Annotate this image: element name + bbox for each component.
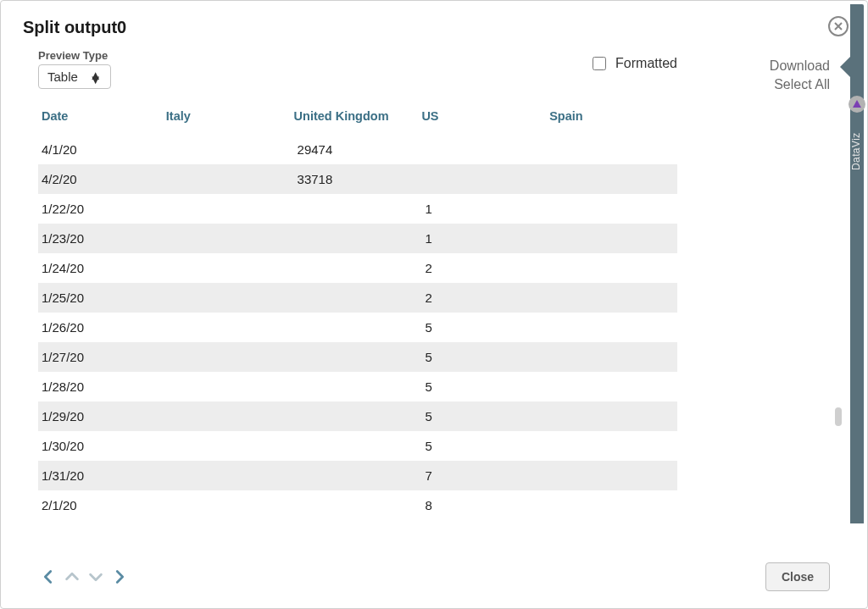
cell-uk: 33718 bbox=[294, 164, 422, 194]
cell-spain bbox=[549, 461, 677, 490]
cell-uk: 29474 bbox=[294, 135, 422, 164]
cell-date: 1/25/20 bbox=[38, 283, 166, 313]
close-icon bbox=[834, 22, 843, 30]
side-panel[interactable]: DataViz bbox=[850, 4, 864, 523]
col-header-spain[interactable]: Spain bbox=[549, 102, 677, 135]
cell-italy bbox=[166, 164, 294, 194]
cell-uk bbox=[294, 342, 422, 372]
cell-spain bbox=[549, 342, 677, 372]
cell-date: 1/22/20 bbox=[38, 194, 166, 224]
cell-italy bbox=[166, 253, 294, 283]
table-row[interactable]: 1/28/205 bbox=[38, 372, 677, 401]
controls-row: Preview Type Table ▲▼ Formatted bbox=[1, 44, 867, 97]
cell-italy bbox=[166, 194, 294, 224]
cell-date: 1/29/20 bbox=[38, 401, 166, 431]
cell-uk bbox=[294, 490, 422, 520]
cell-spain bbox=[549, 283, 677, 313]
cell-italy bbox=[166, 431, 294, 461]
side-panel-label: DataViz bbox=[850, 132, 862, 170]
cell-uk bbox=[294, 253, 422, 283]
cell-italy bbox=[166, 283, 294, 313]
cell-italy bbox=[166, 372, 294, 401]
split-output-modal: Split output0 Preview Type Table ▲▼ Form… bbox=[0, 0, 868, 609]
table-row[interactable]: 4/1/2029474 bbox=[38, 135, 677, 164]
cell-uk bbox=[294, 224, 422, 253]
table-scroll[interactable]: Date Italy United Kingdom US Spain 4/1/2… bbox=[38, 102, 847, 549]
table-row[interactable]: 1/22/201 bbox=[38, 194, 677, 224]
table-container: Date Italy United Kingdom US Spain 4/1/2… bbox=[38, 102, 847, 549]
cell-italy bbox=[166, 342, 294, 372]
table-row[interactable]: 1/31/207 bbox=[38, 461, 677, 490]
page-prev-button[interactable] bbox=[62, 567, 82, 587]
cell-uk bbox=[294, 431, 422, 461]
page-last-button[interactable] bbox=[109, 567, 130, 587]
side-panel-notch-icon bbox=[840, 57, 850, 77]
formatted-checkbox[interactable] bbox=[593, 57, 606, 70]
right-links: Download Select All bbox=[770, 58, 830, 92]
cell-uk bbox=[294, 401, 422, 431]
table-row[interactable]: 1/30/205 bbox=[38, 431, 677, 461]
cell-spain bbox=[549, 135, 677, 164]
table-body: 4/1/20294744/2/20337181/22/2011/23/2011/… bbox=[38, 135, 677, 520]
cell-us: 2 bbox=[421, 253, 549, 283]
cell-uk bbox=[294, 313, 422, 342]
cell-italy bbox=[166, 224, 294, 253]
cell-spain bbox=[549, 253, 677, 283]
table-row[interactable]: 1/24/202 bbox=[38, 253, 677, 283]
col-header-date[interactable]: Date bbox=[38, 102, 166, 135]
col-header-italy[interactable]: Italy bbox=[166, 102, 294, 135]
cell-spain bbox=[549, 401, 677, 431]
dataviz-badge-icon[interactable] bbox=[849, 96, 865, 113]
download-link[interactable]: Download bbox=[770, 58, 830, 74]
col-header-uk[interactable]: United Kingdom bbox=[294, 102, 422, 135]
cell-italy bbox=[166, 490, 294, 520]
cell-date: 1/30/20 bbox=[38, 431, 166, 461]
cell-date: 1/27/20 bbox=[38, 342, 166, 372]
table-row[interactable]: 2/1/208 bbox=[38, 490, 677, 520]
table-row[interactable]: 4/2/2033718 bbox=[38, 164, 677, 194]
chevron-up-icon bbox=[63, 567, 81, 586]
cell-italy bbox=[166, 461, 294, 490]
cell-us: 7 bbox=[421, 461, 549, 490]
modal-header: Split output0 bbox=[1, 1, 867, 44]
cell-spain bbox=[549, 372, 677, 401]
cell-us: 8 bbox=[421, 490, 549, 520]
cell-spain bbox=[549, 490, 677, 520]
header-row: Date Italy United Kingdom US Spain bbox=[38, 102, 677, 135]
modal-title: Split output0 bbox=[23, 18, 845, 37]
select-arrows-icon: ▲▼ bbox=[89, 73, 102, 81]
chevron-left-icon bbox=[39, 567, 58, 586]
cell-us bbox=[421, 135, 549, 164]
cell-date: 4/1/20 bbox=[38, 135, 166, 164]
formatted-toggle[interactable]: Formatted bbox=[589, 54, 677, 73]
close-icon-button[interactable] bbox=[828, 16, 849, 36]
cell-date: 1/24/20 bbox=[38, 253, 166, 283]
select-all-link[interactable]: Select All bbox=[774, 77, 830, 92]
scrollbar-thumb[interactable] bbox=[835, 407, 842, 426]
cell-italy bbox=[166, 313, 294, 342]
scrollbar[interactable] bbox=[835, 102, 842, 549]
col-header-us[interactable]: US bbox=[421, 102, 549, 135]
cell-us: 1 bbox=[421, 194, 549, 224]
table-row[interactable]: 1/26/205 bbox=[38, 313, 677, 342]
table-row[interactable]: 1/23/201 bbox=[38, 224, 677, 253]
cell-us bbox=[421, 164, 549, 194]
page-first-button[interactable] bbox=[38, 567, 58, 587]
table-row[interactable]: 1/25/202 bbox=[38, 283, 677, 313]
close-button[interactable]: Close bbox=[765, 562, 830, 591]
cell-uk bbox=[294, 283, 422, 313]
cell-us: 1 bbox=[421, 224, 549, 253]
cell-us: 5 bbox=[421, 372, 549, 401]
table-row[interactable]: 1/27/205 bbox=[38, 342, 677, 372]
preview-type-group: Preview Type Table ▲▼ bbox=[38, 49, 111, 89]
preview-type-label: Preview Type bbox=[38, 49, 111, 62]
chevron-right-icon bbox=[110, 567, 129, 586]
cell-date: 2/1/20 bbox=[38, 490, 166, 520]
chevron-down-icon bbox=[86, 567, 105, 586]
formatted-label: Formatted bbox=[615, 56, 677, 71]
page-next-button[interactable] bbox=[86, 567, 106, 587]
preview-type-select[interactable]: Table ▲▼ bbox=[38, 64, 111, 89]
cell-us: 5 bbox=[421, 401, 549, 431]
table-row[interactable]: 1/29/205 bbox=[38, 401, 677, 431]
modal-footer: Close bbox=[1, 549, 867, 608]
